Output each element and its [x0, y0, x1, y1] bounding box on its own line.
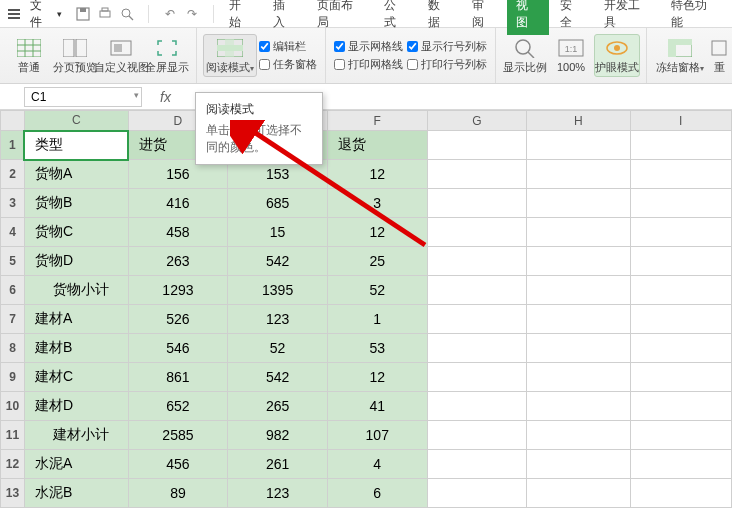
cell[interactable]: 水泥A: [24, 450, 128, 479]
cell[interactable]: 建材小计: [24, 421, 128, 450]
cell[interactable]: 52: [327, 276, 427, 305]
row-header-11[interactable]: 11: [1, 421, 25, 450]
cell[interactable]: [427, 479, 526, 508]
cell[interactable]: [427, 276, 526, 305]
cell[interactable]: 53: [327, 334, 427, 363]
cell[interactable]: [427, 247, 526, 276]
cell[interactable]: [630, 305, 732, 334]
cell[interactable]: [630, 276, 732, 305]
cell[interactable]: [527, 363, 630, 392]
cell[interactable]: 建材C: [24, 363, 128, 392]
cell[interactable]: 25: [327, 247, 427, 276]
check-formula-bar[interactable]: 编辑栏: [259, 39, 317, 54]
cell[interactable]: 3: [327, 189, 427, 218]
cell[interactable]: [527, 276, 630, 305]
zoom-button[interactable]: 显示比例: [502, 35, 548, 75]
cell[interactable]: [527, 479, 630, 508]
cell[interactable]: [630, 479, 732, 508]
cell[interactable]: [527, 131, 630, 160]
cell[interactable]: 265: [228, 392, 328, 421]
cell[interactable]: [630, 363, 732, 392]
more-button[interactable]: 重: [707, 35, 731, 75]
cell[interactable]: 4: [327, 450, 427, 479]
zoom-100-button[interactable]: 1:1 100%: [548, 35, 594, 75]
cell[interactable]: 货物B: [24, 189, 128, 218]
cell[interactable]: 123: [228, 479, 328, 508]
spreadsheet[interactable]: CDEFGHI 1类型进货销售退货2货物A156153123货物B4166853…: [0, 110, 732, 508]
cell[interactable]: 15: [228, 218, 328, 247]
header-cell-out[interactable]: 退货: [327, 131, 427, 160]
redo-icon[interactable]: ↷: [183, 5, 201, 23]
cell[interactable]: [527, 421, 630, 450]
cell[interactable]: [427, 334, 526, 363]
cell[interactable]: 货物C: [24, 218, 128, 247]
row-header-12[interactable]: 12: [1, 450, 25, 479]
cell[interactable]: [527, 450, 630, 479]
col-header-H[interactable]: H: [527, 111, 630, 131]
row-header-5[interactable]: 5: [1, 247, 25, 276]
cell[interactable]: 542: [228, 247, 328, 276]
cell[interactable]: [427, 160, 526, 189]
row-header-9[interactable]: 9: [1, 363, 25, 392]
cell[interactable]: 652: [128, 392, 228, 421]
cell[interactable]: [630, 450, 732, 479]
cell[interactable]: 458: [128, 218, 228, 247]
row-header-10[interactable]: 10: [1, 392, 25, 421]
view-normal-button[interactable]: 普通: [6, 35, 52, 75]
select-all-corner[interactable]: [1, 111, 25, 131]
cell[interactable]: [427, 392, 526, 421]
row-header-2[interactable]: 2: [1, 160, 25, 189]
cell[interactable]: [630, 160, 732, 189]
cell[interactable]: 261: [228, 450, 328, 479]
cell[interactable]: 542: [228, 363, 328, 392]
cell[interactable]: 1293: [128, 276, 228, 305]
fx-icon[interactable]: fx: [160, 89, 171, 105]
cell[interactable]: 6: [327, 479, 427, 508]
row-header-7[interactable]: 7: [1, 305, 25, 334]
cell[interactable]: [527, 334, 630, 363]
cell[interactable]: [427, 305, 526, 334]
cell[interactable]: [630, 334, 732, 363]
check-print-rowcol[interactable]: 打印行号列标: [407, 57, 487, 72]
cell[interactable]: 89: [128, 479, 228, 508]
cell[interactable]: 货物小计: [24, 276, 128, 305]
cell[interactable]: [527, 305, 630, 334]
cell[interactable]: 货物A: [24, 160, 128, 189]
cell[interactable]: 建材A: [24, 305, 128, 334]
cell[interactable]: [427, 131, 526, 160]
cell[interactable]: [427, 363, 526, 392]
row-header-13[interactable]: 13: [1, 479, 25, 508]
cell[interactable]: 685: [228, 189, 328, 218]
view-page-preview-button[interactable]: 分页预览: [52, 35, 98, 75]
header-cell-type[interactable]: 类型: [24, 131, 128, 160]
cell[interactable]: 263: [128, 247, 228, 276]
check-print-gridlines[interactable]: 打印网格线: [334, 57, 403, 72]
cell[interactable]: 982: [228, 421, 328, 450]
check-show-gridlines[interactable]: 显示网格线: [334, 39, 403, 54]
cell[interactable]: 526: [128, 305, 228, 334]
reading-mode-button[interactable]: 阅读模式▾: [203, 34, 257, 77]
cell[interactable]: 456: [128, 450, 228, 479]
cell[interactable]: 546: [128, 334, 228, 363]
hamburger-icon[interactable]: [4, 9, 24, 19]
cell[interactable]: [427, 189, 526, 218]
cell[interactable]: 12: [327, 160, 427, 189]
cell[interactable]: [630, 392, 732, 421]
view-custom-button[interactable]: 自定义视图: [98, 35, 144, 75]
cell[interactable]: 1395: [228, 276, 328, 305]
cell[interactable]: [427, 450, 526, 479]
col-header-F[interactable]: F: [327, 111, 427, 131]
cell[interactable]: 1: [327, 305, 427, 334]
cell[interactable]: [527, 189, 630, 218]
view-fullscreen-button[interactable]: 全屏显示: [144, 35, 190, 75]
cell[interactable]: 123: [228, 305, 328, 334]
cell[interactable]: [527, 392, 630, 421]
cell[interactable]: [630, 218, 732, 247]
dropdown-icon[interactable]: ▾: [134, 90, 139, 100]
cell[interactable]: [427, 218, 526, 247]
cell[interactable]: 861: [128, 363, 228, 392]
cell[interactable]: 建材B: [24, 334, 128, 363]
save-icon[interactable]: [74, 5, 92, 23]
row-header-3[interactable]: 3: [1, 189, 25, 218]
cell[interactable]: 货物D: [24, 247, 128, 276]
